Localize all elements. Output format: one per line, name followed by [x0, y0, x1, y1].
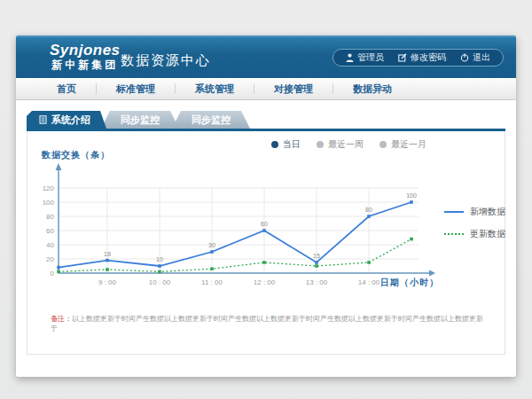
svg-text:120: 120: [43, 184, 55, 192]
svg-text:18: 18: [104, 251, 111, 257]
y-axis-title: 数据交换（条）: [42, 149, 110, 161]
tab-bar: 系统介绍 同步监控 同步监控: [27, 111, 250, 129]
user-icon: [346, 53, 354, 62]
radio-unselected-icon: [379, 141, 387, 148]
company-logo: Synjones 新中新集团: [50, 43, 121, 72]
chart-legend: 新增数据 更新数据: [444, 206, 505, 240]
range-option-label: 最近一周: [328, 138, 364, 151]
tab-sync-monitor-2[interactable]: 同步监控: [172, 111, 250, 129]
nav-item-standard-mgmt[interactable]: 标准管理: [97, 83, 176, 94]
legend-item-new-data: 新增数据: [444, 206, 505, 218]
range-option-label: 最近一月: [391, 138, 426, 151]
change-password-button[interactable]: 修改密码: [391, 51, 453, 64]
logout-button[interactable]: 退出: [453, 51, 497, 64]
svg-text:12 : 00: 12 : 00: [254, 278, 276, 286]
document-icon: [39, 115, 47, 124]
svg-text:80: 80: [365, 207, 372, 213]
footnote: 备注：以上数据更新于时间产生数据以上数据更新于时间产生数据以上数据更新于时间产生…: [51, 314, 487, 333]
svg-text:11 : 00: 11 : 00: [201, 278, 223, 286]
main-nav: 首页 标准管理 系统管理 对接管理 数据异动: [16, 78, 516, 100]
legend-label: 更新数据: [470, 228, 505, 240]
line-chart: 0204060801001209 : 0010 : 0011 : 0012 : …: [36, 161, 444, 294]
nav-item-system-mgmt[interactable]: 系统管理: [176, 83, 254, 94]
admin-user-label: 管理员: [357, 51, 384, 64]
time-range-selector: 当日 最近一周 最近一月: [271, 138, 426, 151]
legend-label: 新增数据: [470, 206, 505, 218]
logout-label: 退出: [473, 51, 490, 64]
svg-text:40: 40: [46, 241, 54, 249]
x-axis-title: 日期（小时）: [380, 277, 439, 289]
dotted-line-swatch-icon: [444, 233, 464, 235]
footnote-text: 以上数据更新于时间产生数据以上数据更新于时间产生数据以上数据更新于时间产生数据以…: [51, 315, 483, 332]
svg-text:100: 100: [43, 199, 55, 207]
svg-text:15: 15: [313, 253, 320, 259]
radio-unselected-icon: [317, 141, 324, 148]
svg-text:13 : 00: 13 : 00: [306, 278, 328, 286]
tab-label: 系统介绍: [51, 111, 90, 129]
svg-text:60: 60: [261, 221, 268, 227]
tab-system-intro[interactable]: 系统介绍: [27, 111, 106, 129]
svg-text:80: 80: [46, 213, 54, 221]
legend-item-updated-data: 更新数据: [444, 228, 505, 240]
solid-line-swatch-icon: [444, 211, 464, 213]
svg-text:60: 60: [46, 227, 54, 235]
logo-company-name: 新中新集团: [50, 59, 121, 72]
svg-text:10: 10: [156, 256, 163, 262]
range-option-today[interactable]: 当日: [271, 138, 301, 151]
power-icon: [460, 53, 469, 62]
logo-brand-text: Synjones: [50, 43, 121, 59]
page-title: 数据资源中心: [121, 52, 211, 69]
admin-user-button[interactable]: 管理员: [339, 51, 391, 64]
footnote-label: 备注：: [51, 315, 72, 323]
radio-selected-icon: [271, 141, 278, 148]
app-window: Synjones 新中新集团 数据资源中心 管理员 修改密码: [16, 35, 516, 377]
nav-item-interface-mgmt[interactable]: 对接管理: [254, 83, 333, 94]
nav-item-home[interactable]: 首页: [37, 83, 97, 94]
tab-label: 同步监控: [121, 111, 160, 129]
tab-sync-monitor-1[interactable]: 同步监控: [101, 111, 179, 129]
range-option-last-month[interactable]: 最近一月: [379, 138, 426, 151]
nav-item-data-change[interactable]: 数据异动: [333, 83, 411, 94]
range-option-label: 当日: [283, 138, 301, 151]
chart-panel: 当日 最近一周 最近一月 数据交换（条） 0204060801001209 : …: [27, 131, 505, 355]
tab-label: 同步监控: [192, 111, 231, 129]
range-option-last-week[interactable]: 最近一周: [317, 138, 364, 151]
svg-text:14 : 00: 14 : 00: [358, 278, 380, 286]
app-header: Synjones 新中新集团 数据资源中心 管理员 修改密码: [16, 35, 516, 78]
svg-text:9 : 00: 9 : 00: [98, 278, 117, 286]
change-password-label: 修改密码: [411, 51, 446, 64]
svg-text:20: 20: [46, 255, 54, 263]
svg-text:10 : 00: 10 : 00: [149, 278, 171, 286]
edit-icon: [398, 53, 407, 62]
svg-text:30: 30: [208, 242, 215, 248]
svg-text:100: 100: [406, 192, 417, 199]
user-menu: 管理员 修改密码 退出: [332, 49, 504, 66]
svg-text:0: 0: [51, 270, 55, 278]
